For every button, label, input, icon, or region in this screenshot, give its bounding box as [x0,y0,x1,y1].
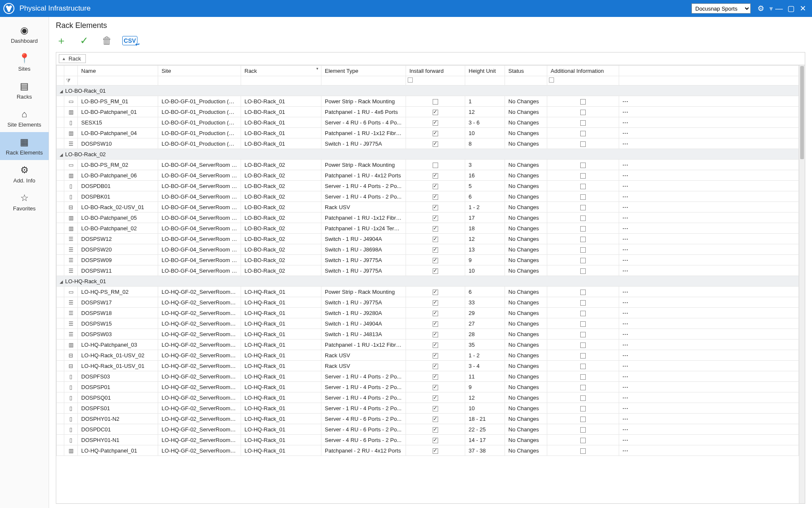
cell-install-forward[interactable] [406,350,465,361]
cell-install-forward[interactable] [406,160,465,170]
cell-install-forward[interactable] [406,318,465,329]
table-row[interactable]: ▯DOSPHY01-N2LO-HQ-GF-02_ServerRoom (L...… [57,414,799,424]
cell-additional-info[interactable] [547,96,619,107]
cell-additional-info[interactable] [547,424,619,435]
cell-install-forward[interactable] [406,329,465,340]
row-actions-button[interactable]: ··· [619,308,799,318]
row-actions-button[interactable]: ··· [619,234,799,244]
row-actions-button[interactable]: ··· [619,414,799,424]
col-status[interactable]: Status [505,66,547,76]
cell-additional-info[interactable] [547,445,619,456]
cell-install-forward[interactable] [406,170,465,181]
row-actions-button[interactable]: ··· [619,329,799,340]
row-actions-button[interactable]: ··· [619,96,799,107]
row-actions-button[interactable]: ··· [619,213,799,223]
cell-additional-info[interactable] [547,138,619,149]
status-filter[interactable] [505,76,547,86]
settings-gear-icon[interactable]: ⚙ [755,4,767,13]
cell-install-forward[interactable] [406,340,465,350]
row-actions-button[interactable]: ··· [619,223,799,234]
table-row[interactable]: ☰DOSPSW18LO-HQ-GF-02_ServerRoom (L...LO-… [57,308,799,318]
row-actions-button[interactable]: ··· [619,202,799,213]
fwd-filter[interactable] [406,76,465,86]
col-additional-info[interactable]: Additional Information [547,66,619,76]
close-button[interactable]: ✕ [797,4,809,13]
row-actions-button[interactable]: ··· [619,445,799,456]
table-row[interactable]: ▯DOSPBK01LO-BO-GF-04_ServerRoom (L...LO-… [57,191,799,202]
cell-additional-info[interactable] [547,414,619,424]
minimize-button[interactable]: — [773,4,785,13]
group-chip-rack[interactable]: ▲ Rack [59,54,86,63]
cell-additional-info[interactable] [547,181,619,191]
cell-additional-info[interactable] [547,392,619,403]
sidebar-item-racks[interactable]: ▤Racks [0,76,49,104]
cell-additional-info[interactable] [547,340,619,350]
cell-install-forward[interactable] [406,181,465,191]
row-actions-button[interactable]: ··· [619,255,799,265]
sidebar-item-site-elements[interactable]: ⌂Site Elements [0,104,49,132]
cell-additional-info[interactable] [547,435,619,445]
col-actions[interactable] [619,66,799,76]
table-row[interactable]: ▯DOSPFS03LO-HQ-GF-02_ServerRoom (L...LO-… [57,371,799,382]
cell-install-forward[interactable] [406,392,465,403]
row-actions-button[interactable]: ··· [619,107,799,117]
cell-install-forward[interactable] [406,414,465,424]
row-actions-button[interactable]: ··· [619,191,799,202]
cell-install-forward[interactable] [406,117,465,128]
cell-install-forward[interactable] [406,382,465,392]
cell-install-forward[interactable] [406,234,465,244]
row-actions-button[interactable]: ··· [619,371,799,382]
export-csv-button[interactable]: CSV [124,35,135,46]
sidebar-item-favorites[interactable]: ☆Favorites [0,188,49,216]
cell-additional-info[interactable] [547,244,619,255]
group-row[interactable]: ◢LO-BO-Rack_02 [57,149,799,160]
sidebar-item-rack-elements[interactable]: ▦Rack Elements [0,132,49,160]
col-site[interactable]: Site [158,66,241,76]
table-row[interactable]: ▯SESX15LO-BO-GF-01_Production (Lo...LO-B… [57,117,799,128]
table-row[interactable]: ▭LO-BO-PS_RM_02LO-BO-GF-04_ServerRoom (L… [57,160,799,170]
table-row[interactable]: ☰DOSPSW12LO-BO-GF-04_ServerRoom (L...LO-… [57,234,799,244]
cell-additional-info[interactable] [547,350,619,361]
sidebar-item-dashboard[interactable]: ◉Dashboard [0,20,49,48]
table-row[interactable]: ☰DOSPSW10LO-BO-GF-01_Production (Lo...LO… [57,138,799,149]
cell-install-forward[interactable] [406,138,465,149]
cell-additional-info[interactable] [547,170,619,181]
cell-install-forward[interactable] [406,244,465,255]
table-row[interactable]: ☰DOSPSW15LO-HQ-GF-02_ServerRoom (L...LO-… [57,318,799,329]
maximize-button[interactable]: ▢ [785,4,797,13]
cell-additional-info[interactable] [547,265,619,276]
filter-icon[interactable]: ⧩ [64,76,78,86]
cell-install-forward[interactable] [406,255,465,265]
table-row[interactable]: ▯DOSPDB01LO-BO-GF-04_ServerRoom (L...LO-… [57,181,799,191]
col-name[interactable]: Name [78,66,158,76]
cell-additional-info[interactable] [547,382,619,392]
sidebar-item-add-info[interactable]: ⚙Add. Info [0,160,49,188]
cell-install-forward[interactable] [406,424,465,435]
row-actions-button[interactable]: ··· [619,160,799,170]
add-filter[interactable] [547,76,619,86]
cell-additional-info[interactable] [547,202,619,213]
cell-additional-info[interactable] [547,160,619,170]
row-actions-button[interactable]: ··· [619,265,799,276]
table-row[interactable]: ▥LO-BO-Patchpanel_01LO-BO-GF-01_Producti… [57,107,799,117]
row-actions-button[interactable]: ··· [619,287,799,297]
table-row[interactable]: ▥LO-HQ-Patchpanel_03LO-HQ-GF-02_ServerRo… [57,340,799,350]
tenant-select[interactable]: Docusnap Sports [691,3,751,14]
table-row[interactable]: ▥LO-BO-Patchpanel_05LO-BO-GF-04_ServerRo… [57,213,799,223]
row-actions-button[interactable]: ··· [619,392,799,403]
rack-filter[interactable] [241,76,321,86]
table-row[interactable]: ☰DOSPSW09LO-BO-GF-04_ServerRoom (L...LO-… [57,255,799,265]
cell-install-forward[interactable] [406,128,465,138]
cell-install-forward[interactable] [406,202,465,213]
cell-install-forward[interactable] [406,191,465,202]
table-row[interactable]: ⊟LO-HQ-Rack_01-USV_02LO-HQ-GF-02_ServerR… [57,350,799,361]
row-actions-button[interactable]: ··· [619,297,799,308]
col-rack[interactable]: Rack [241,66,321,76]
row-actions-button[interactable]: ··· [619,128,799,138]
add-button[interactable]: ＋ [56,35,67,46]
cell-install-forward[interactable] [406,445,465,456]
cell-install-forward[interactable] [406,96,465,107]
row-actions-button[interactable]: ··· [619,318,799,329]
cell-additional-info[interactable] [547,234,619,244]
row-actions-button[interactable]: ··· [619,340,799,350]
